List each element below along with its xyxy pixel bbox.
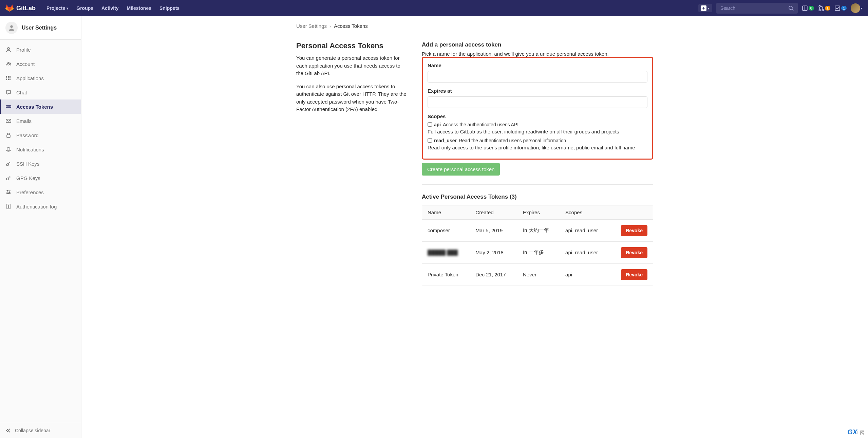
mr-badge: 1 <box>825 6 830 11</box>
svg-point-8 <box>10 25 13 28</box>
scope-name: api <box>434 122 441 127</box>
chat-icon <box>5 89 12 95</box>
breadcrumb-parent[interactable]: User Settings <box>296 23 327 29</box>
search-input[interactable] <box>720 5 788 11</box>
revoke-button[interactable]: Revoke <box>621 247 647 258</box>
svg-rect-17 <box>10 77 11 78</box>
sidebar-item-label: Profile <box>16 47 31 53</box>
svg-rect-2 <box>803 6 807 11</box>
watermark: GXI 网 <box>847 428 865 436</box>
token-name: █████ ███ <box>422 241 470 263</box>
revoke-button[interactable]: Revoke <box>621 225 647 236</box>
nav-label: Snippets <box>159 5 180 11</box>
nav-projects[interactable]: Projects ▾ <box>42 0 72 16</box>
sidebar-item-account[interactable]: Account <box>0 57 81 71</box>
nav-groups[interactable]: Groups <box>72 0 97 16</box>
svg-point-24 <box>9 107 10 107</box>
watermark-suffix: I 网 <box>857 430 865 435</box>
gitlab-logo[interactable]: GitLab <box>5 4 36 12</box>
highlighted-form-area: Name Expires at Scopes api Access the au… <box>422 57 653 160</box>
scope-checkbox-read_user[interactable] <box>428 138 432 143</box>
user-menu[interactable]: ▾ <box>851 3 863 13</box>
navbar-right: + ▾ 8 1 1 ▾ <box>698 3 863 14</box>
sidebar-item-authentication-log[interactable]: Authentication log <box>0 199 81 214</box>
sidebar-item-label: Account <box>16 61 35 67</box>
sidebar-item-password[interactable]: Password <box>0 128 81 142</box>
sidebar-nav: ProfileAccountApplicationsChatAccess Tok… <box>0 40 81 423</box>
log-icon <box>5 203 12 209</box>
token-icon <box>5 104 12 110</box>
sidebar-item-emails[interactable]: Emails <box>0 114 81 128</box>
table-row: composer Mar 5, 2019 In 大约一年 api, read_u… <box>422 219 653 241</box>
svg-rect-25 <box>6 119 11 123</box>
key-icon <box>5 161 12 167</box>
scope-short-desc: Access the authenticated user's API <box>443 122 518 127</box>
content-row: Personal Access Tokens You can generate … <box>296 41 653 286</box>
sidebar-item-chat[interactable]: Chat <box>0 85 81 99</box>
sidebar-item-preferences[interactable]: Preferences <box>0 185 81 199</box>
sidebar-item-applications[interactable]: Applications <box>0 71 81 85</box>
merge-icon <box>818 5 824 11</box>
scope-read_user: read_user Read the authenticated user's … <box>428 138 647 150</box>
svg-rect-14 <box>10 76 11 77</box>
scopes-group: Scopes api Access the authenticated user… <box>428 113 647 150</box>
sidebar-item-gpg-keys[interactable]: GPG Keys <box>0 171 81 185</box>
user-icon <box>5 47 12 53</box>
user-avatar-icon <box>5 22 18 34</box>
sidebar-item-access-tokens[interactable]: Access Tokens <box>0 99 81 114</box>
nav-snippets[interactable]: Snippets <box>155 0 184 16</box>
svg-point-6 <box>822 9 824 11</box>
watermark-brand: GX <box>847 428 857 436</box>
sidebar-item-notifications[interactable]: Notifications <box>0 142 81 157</box>
plus-icon: + <box>701 5 706 11</box>
search-icon <box>788 5 794 11</box>
token-created: Dec 21, 2017 <box>470 263 517 286</box>
nav-activity[interactable]: Activity <box>97 0 123 16</box>
nav-milestones[interactable]: Milestones <box>123 0 155 16</box>
breadcrumb-current: Access Tokens <box>334 23 368 29</box>
scope-checkbox-api[interactable] <box>428 122 432 127</box>
gitlab-icon <box>5 4 14 12</box>
scope-short-desc: Read the authenticated user's personal i… <box>459 138 566 143</box>
search-box[interactable] <box>716 3 798 14</box>
svg-point-34 <box>8 193 9 194</box>
active-tokens-title: Active Personal Access Tokens (3) <box>422 194 653 200</box>
sidebar-item-profile[interactable]: Profile <box>0 42 81 57</box>
nav-label: Milestones <box>127 5 151 11</box>
token-scopes: api, read_user <box>560 219 610 241</box>
sidebar-item-ssh-keys[interactable]: SSH Keys <box>0 157 81 171</box>
table-row: █████ ███ May 2, 2018 In 一年多 api, read_u… <box>422 241 653 263</box>
svg-rect-16 <box>8 77 9 78</box>
issues-link[interactable]: 8 <box>802 5 814 11</box>
expires-input[interactable] <box>428 96 647 108</box>
svg-rect-19 <box>8 79 9 80</box>
chevron-down-icon: ▾ <box>861 6 863 10</box>
sliders-icon <box>5 189 12 195</box>
sidebar-item-label: Applications <box>16 75 44 81</box>
token-expires: In 一年多 <box>517 241 560 263</box>
todos-icon <box>834 5 841 11</box>
sidebar-item-label: GPG Keys <box>16 175 40 181</box>
table-header: Created <box>470 205 517 219</box>
revoke-button[interactable]: Revoke <box>621 269 647 280</box>
main-content: User Settings › Access Tokens Personal A… <box>81 16 868 438</box>
svg-point-22 <box>7 107 7 107</box>
account-icon <box>5 61 12 67</box>
nav-label: Activity <box>101 5 119 11</box>
todos-link[interactable]: 1 <box>834 5 847 11</box>
merge-requests-link[interactable]: 1 <box>818 5 830 11</box>
expires-field-group: Expires at <box>428 88 647 108</box>
name-field-group: Name <box>428 62 647 83</box>
svg-rect-18 <box>6 79 7 80</box>
top-navbar: GitLab Projects ▾ Groups Activity Milest… <box>0 0 868 16</box>
divider <box>422 184 653 185</box>
collapse-sidebar-button[interactable]: Collapse sidebar <box>0 423 81 438</box>
name-input[interactable] <box>428 71 647 83</box>
create-token-button[interactable]: Create personal access token <box>422 163 500 176</box>
svg-rect-20 <box>10 79 11 80</box>
new-dropdown-button[interactable]: + ▾ <box>698 4 712 12</box>
page-layout: User Settings ProfileAccountApplications… <box>0 16 868 438</box>
page-description-1: You can generate a personal access token… <box>296 54 408 77</box>
issues-icon <box>802 5 808 11</box>
content-left: Personal Access Tokens You can generate … <box>296 41 408 286</box>
